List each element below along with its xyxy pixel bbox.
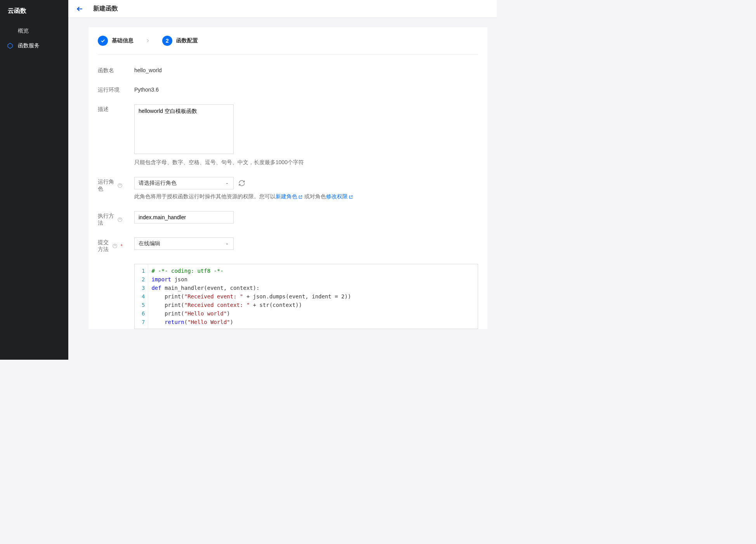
step-basic-info[interactable]: 基础信息 <box>98 36 134 46</box>
svg-marker-0 <box>8 43 12 48</box>
sidebar: 云函数 概览 函数服务 <box>0 0 68 360</box>
main: 新建函数 基础信息 2 函数配置 <box>68 0 497 360</box>
external-link-icon <box>349 194 353 199</box>
sidebar-item-overview[interactable]: 概览 <box>0 24 68 38</box>
description-hint: 只能包含字母、数字、空格、逗号、句号、中文，长度最多1000个字符 <box>134 159 478 166</box>
value-runtime: Python3.6 <box>134 85 478 93</box>
label-function-name: 函数名 <box>98 66 123 74</box>
caret-down-icon <box>225 181 229 185</box>
code-gutter: 1234567 <box>135 264 148 329</box>
label-description: 描述 <box>98 104 123 113</box>
card: 基础信息 2 函数配置 函数名 hello_world <box>88 27 487 329</box>
label-role: 运行角色 <box>98 177 123 192</box>
step-label: 函数配置 <box>176 37 198 44</box>
topbar: 新建函数 <box>68 0 497 18</box>
form: 函数名 hello_world 运行环境 Python3.6 描述 只能包含字母… <box>98 55 478 329</box>
code-body[interactable]: # -*- coding: utf8 -*-import jsondef mai… <box>148 264 478 329</box>
help-icon[interactable] <box>117 183 123 188</box>
steps: 基础信息 2 函数配置 <box>98 36 478 55</box>
dashboard-icon <box>7 28 13 34</box>
external-link-icon <box>298 194 303 199</box>
handler-input[interactable] <box>134 211 234 223</box>
hex-icon <box>7 43 13 49</box>
chevron-right-icon <box>145 38 151 43</box>
role-select[interactable]: 请选择运行角色 <box>134 177 234 189</box>
label-runtime: 运行环境 <box>98 85 123 94</box>
page-title: 新建函数 <box>93 5 118 13</box>
caret-down-icon <box>225 241 229 246</box>
sidebar-title: 云函数 <box>0 0 68 24</box>
submit-method-select[interactable]: 在线编辑 <box>134 237 234 250</box>
description-textarea[interactable] <box>134 104 234 154</box>
help-icon[interactable] <box>112 243 118 249</box>
step-function-config[interactable]: 2 函数配置 <box>162 36 198 46</box>
value-function-name: hello_world <box>134 66 478 73</box>
required-mark: * <box>121 243 123 249</box>
role-hint: 此角色将用于授权函数运行时操作其他资源的权限。您可以新建角色 或对角色修改权限 <box>134 193 478 200</box>
label-submit-method: 提交方法 * <box>98 237 123 253</box>
label-code-spacer <box>98 264 123 265</box>
code-editor[interactable]: 1234567 # -*- coding: utf8 -*-import jso… <box>134 264 478 329</box>
step-check-icon <box>98 36 108 46</box>
help-icon[interactable] <box>117 217 123 222</box>
link-create-role[interactable]: 新建角色 <box>276 193 297 199</box>
step-label: 基础信息 <box>112 37 134 44</box>
refresh-icon[interactable] <box>238 180 245 187</box>
link-modify-permission[interactable]: 修改权限 <box>326 193 348 199</box>
back-arrow-icon[interactable] <box>76 5 84 13</box>
sidebar-item-function-service[interactable]: 函数服务 <box>0 38 68 53</box>
label-handler: 执行方法 <box>98 211 123 227</box>
sidebar-item-label: 函数服务 <box>18 42 40 49</box>
content: 基础信息 2 函数配置 函数名 hello_world <box>68 18 497 360</box>
sidebar-item-label: 概览 <box>18 28 29 35</box>
step-num-icon: 2 <box>162 36 172 46</box>
